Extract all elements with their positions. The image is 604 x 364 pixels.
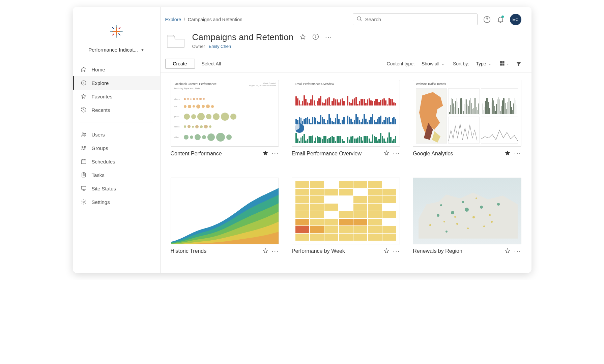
user-avatar[interactable]: EC [510, 14, 521, 25]
caret-down-icon: ⌄ [441, 62, 444, 66]
favorite-button[interactable] [505, 248, 511, 255]
search-input[interactable] [365, 17, 474, 22]
notifications-button[interactable] [496, 16, 505, 24]
svg-point-16 [84, 146, 85, 148]
content-title[interactable]: Renewals by Region [413, 248, 501, 254]
project-folder-icon [165, 32, 186, 51]
favorite-button[interactable] [262, 150, 268, 157]
sidebar-item-favorites[interactable]: Favorites [73, 90, 160, 103]
svg-marker-44 [506, 151, 510, 155]
topbar: Explore / Campaigns and Retention EC [161, 7, 531, 28]
main: Explore / Campaigns and Retention EC [161, 7, 531, 273]
sidebar-item-settings[interactable]: Settings [73, 195, 160, 209]
content-thumbnail[interactable]: Email Performance Overview [292, 80, 400, 147]
sidebar-item-site-status[interactable]: Site Status [73, 182, 160, 195]
card-more-button[interactable]: ··· [272, 150, 279, 157]
select-all-button[interactable]: Select All [202, 61, 221, 66]
sort-by-select[interactable]: Type ⌄ [476, 61, 493, 66]
search-box[interactable] [353, 13, 478, 25]
nav-primary: Home Explore Favorites Recents [73, 61, 160, 119]
nav-label: Site Status [92, 186, 116, 191]
owner-link[interactable]: Emily Chen [209, 44, 231, 49]
sidebar-item-schedules[interactable]: Schedules [73, 155, 160, 168]
svg-line-3 [119, 28, 120, 29]
sidebar-item-recents[interactable]: Recents [73, 103, 160, 117]
content-card: Facebook Content Performance Posts by Ty… [171, 80, 279, 168]
favorite-button[interactable] [383, 150, 390, 157]
thumbnail-title: Facebook Content Performance [174, 82, 217, 86]
clipboard-icon [80, 172, 87, 178]
owner-label: Owner [192, 44, 205, 49]
svg-marker-42 [263, 151, 268, 155]
thumbnail-caption: Week Created August 25, 2019 to November [249, 82, 276, 87]
svg-rect-18 [81, 160, 86, 164]
content-grid: Facebook Content Performance Posts by Ty… [161, 72, 531, 273]
svg-rect-26 [81, 186, 86, 189]
content-title[interactable]: Email Performance Overview [292, 151, 380, 157]
breadcrumb-current: Campaigns and Retention [188, 17, 242, 22]
nav-label: Favorites [92, 94, 113, 99]
svg-point-33 [487, 21, 487, 21]
sidebar-item-home[interactable]: Home [73, 63, 160, 76]
nav-divider [80, 122, 153, 122]
breadcrumb-root-link[interactable]: Explore [165, 17, 181, 22]
favorite-project-button[interactable] [299, 33, 306, 41]
content-title[interactable]: Google Analytics [413, 151, 501, 157]
caret-down-icon: ▼ [141, 48, 144, 52]
sidebar-item-users[interactable]: Users [73, 128, 160, 141]
help-button[interactable] [483, 16, 491, 24]
favorite-button[interactable] [262, 248, 268, 255]
svg-point-13 [82, 133, 84, 134]
content-title[interactable]: Content Performance [171, 151, 259, 157]
notification-dot-icon [501, 16, 504, 18]
content-thumbnail[interactable] [171, 178, 279, 244]
svg-rect-39 [502, 61, 504, 63]
favorite-button[interactable] [383, 248, 390, 255]
content-title[interactable]: Historic Trends [171, 248, 259, 254]
toolbar: Create Select All Content type: Show all… [161, 57, 531, 72]
card-more-button[interactable]: ··· [514, 150, 521, 157]
nav-label: Groups [92, 145, 108, 151]
content-thumbnail[interactable]: Facebook Content Performance Posts by Ty… [171, 80, 279, 147]
filter-button[interactable] [516, 61, 521, 66]
nav-label: Recents [92, 107, 110, 113]
svg-point-14 [84, 133, 85, 134]
content-thumbnail[interactable]: Renewal Rate [413, 178, 521, 244]
groups-icon [80, 145, 87, 151]
favorite-button[interactable] [505, 150, 511, 157]
workspace-picker[interactable]: Performance Indicat... ▼ [73, 45, 160, 61]
page-title: Campaigns and Retention [192, 32, 294, 42]
nav-label: Settings [92, 199, 110, 205]
sort-by-value: Type [476, 61, 486, 66]
compass-icon [80, 80, 87, 86]
workspace-label: Performance Indicat... [88, 47, 138, 53]
thumbnail-title: Email Performance Overview [295, 82, 334, 86]
content-title[interactable]: Performance by Week [292, 248, 380, 254]
search-icon [356, 16, 363, 23]
tableau-logo-icon [109, 24, 123, 39]
sidebar-item-tasks[interactable]: Tasks [73, 168, 160, 182]
nav-label: Home [92, 67, 105, 72]
card-more-button[interactable]: ··· [514, 248, 521, 255]
sidebar-item-groups[interactable]: Groups [73, 141, 160, 155]
svg-line-8 [113, 34, 114, 35]
project-more-button[interactable]: ··· [325, 34, 332, 41]
caret-down-icon: ⌄ [488, 62, 491, 66]
svg-point-15 [82, 146, 83, 148]
card-more-button[interactable]: ··· [393, 248, 400, 255]
nav-secondary: Users Groups Schedules Tasks Site Status… [73, 126, 160, 211]
view-mode-button[interactable]: ⌄ [500, 61, 509, 66]
content-thumbnail[interactable] [292, 178, 400, 244]
content-type-select[interactable]: Show all ⌄ [422, 61, 446, 66]
card-more-button[interactable]: ··· [393, 150, 400, 157]
create-button[interactable]: Create [165, 59, 195, 69]
content-thumbnail[interactable]: Website Traffic Trends [413, 80, 521, 147]
sidebar-item-explore[interactable]: Explore [73, 76, 160, 90]
nav-label: Users [92, 132, 105, 138]
content-card: Website Traffic Trends [413, 80, 521, 168]
svg-line-31 [360, 20, 362, 21]
logo [73, 11, 160, 45]
project-info-button[interactable] [312, 33, 319, 41]
card-more-button[interactable]: ··· [272, 248, 279, 255]
svg-line-9 [119, 34, 120, 35]
